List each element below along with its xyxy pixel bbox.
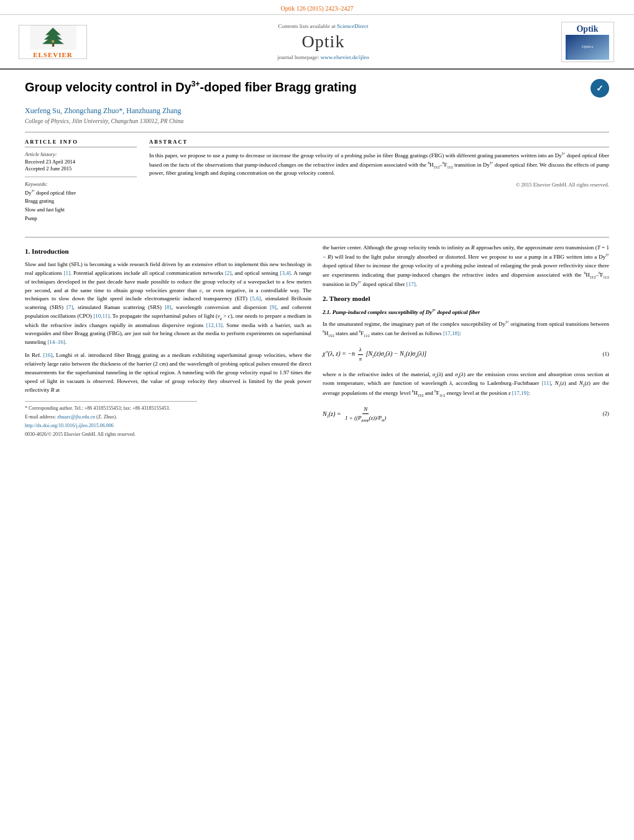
page-wrapper: Optik 126 (2015) 2423–2427 ELSEVIER Con [0, 0, 634, 449]
sciencedirect-link[interactable]: ScienceDirect [337, 23, 368, 29]
formula-1-block: χ″(λ, z) = −n λ π [N2(z)σe(λ) − N1(z)σa(… [323, 343, 609, 366]
contents-line: Contents lists available at ScienceDirec… [87, 23, 559, 29]
abstract-label: ABSTRACT [149, 139, 609, 147]
authors-line: Xuefeng Su, Zhongchang Zhuo*, Hanzhuang … [25, 106, 609, 116]
journal-homepage: journal homepage: www.elsevier.de/ijleo [87, 54, 559, 60]
footnote-issn: 0030-4026/© 2015 Elsevier GmbH. All righ… [25, 431, 311, 438]
footnote-divider [25, 401, 197, 402]
title-superscript: 3+ [191, 80, 200, 88]
keywords-group: Keywords: Dy3+ doped optical fiber Bragg… [25, 181, 137, 223]
section-divider [25, 237, 609, 238]
elsevier-label: ELSEVIER [33, 51, 73, 58]
sciencedirect-label: ScienceDirect [337, 23, 368, 29]
formula-fraction-2: N 1 + ((Ppump(z))/Pth) [344, 405, 387, 423]
doi-text: Optik 126 (2015) 2423–2427 [281, 5, 354, 12]
article-info-label: ARTICLE INFO [25, 139, 137, 147]
footnote-email-person: (Z. Zhuo). [96, 414, 117, 420]
abstract-section: ABSTRACT In this paper, we propose to us… [149, 139, 609, 228]
article-content: Group velocity control in Dy3+-doped fib… [0, 70, 634, 449]
ref-1213-link[interactable]: [12,13] [206, 322, 223, 328]
formula-2-block: N1(z) = N 1 + ((Ppump(z))/Pth) (2) [323, 403, 609, 425]
ref-34-link[interactable]: [3,4] [280, 270, 290, 276]
contents-text: Contents lists available at [278, 23, 336, 29]
optik-logo-title: Optik [576, 24, 598, 34]
article-info-section: ARTICLE INFO Article history: Received 2… [25, 139, 137, 228]
ref-1-link[interactable]: [1] [64, 270, 71, 276]
formula-1-number: (1) [597, 350, 610, 359]
doi-bar: Optik 126 (2015) 2423–2427 [0, 0, 634, 15]
authors-text: Xuefeng Su, Zhongchang Zhuo*, Hanzhuang … [25, 106, 181, 115]
accepted-line: Accepted 2 June 2015 [25, 165, 137, 172]
article-history-group: Article history: Received 23 April 2014 … [25, 151, 137, 172]
abstract-text: In this paper, we propose to use a pump … [149, 151, 609, 178]
ref-2-link[interactable]: [2] [225, 270, 232, 276]
formula-1-text: χ″(λ, z) = −n λ π [N2(z)σe(λ) − N1(z)σa(… [323, 346, 597, 363]
received-line: Received 23 April 2014 [25, 159, 137, 165]
svg-text:Optics: Optics [581, 44, 593, 49]
intro-heading: 1. Introduction [25, 246, 311, 257]
intro-para-2: In Ref. [16], Longhi et al. introduced f… [25, 351, 311, 395]
ref-8-link[interactable]: [8] [165, 304, 172, 310]
two-column-body: 1. Introduction Slow and fast light (SFL… [25, 244, 609, 440]
title-text: Group velocity control in Dy [25, 80, 191, 94]
elsevier-tree-svg [21, 25, 86, 50]
ref-56-link[interactable]: [5,6] [250, 295, 261, 302]
ref-7-link[interactable]: [7] [67, 304, 73, 310]
svg-point-5 [52, 40, 54, 42]
optik-logo-right: Optik Optics [559, 20, 615, 63]
keywords-label: Keywords: [25, 181, 137, 187]
left-column: 1. Introduction Slow and fast light (SFL… [25, 244, 311, 440]
article-info-abstract: ARTICLE INFO Article history: Received 2… [25, 132, 609, 228]
formula-fraction-1: λ π [357, 346, 363, 363]
subsection-21-heading: 2.1. Pump-induced complex susceptibility… [323, 308, 609, 317]
theory-para-2: where n is the refractive index of the m… [323, 371, 609, 398]
article-history-label: Article history: [25, 151, 137, 157]
ref-16-link[interactable]: [16] [44, 352, 53, 358]
optik-logo-image: Optics [566, 35, 609, 60]
ref-11b-link[interactable]: [11] [542, 380, 551, 386]
journal-title: Optik [87, 32, 559, 52]
ref-1719-link[interactable]: [17,19] [512, 390, 528, 396]
footnote-doi-link[interactable]: http://dx.doi.org/10.1016/j.ijleo.2015.0… [25, 423, 114, 428]
intro-para-1: Slow and fast light (SFL) is becoming a … [25, 261, 311, 348]
elsevier-logo: ELSEVIER [19, 25, 87, 59]
theory-para-1: In the unsaturated regime, the imaginary… [323, 320, 609, 338]
formula-2-text: N1(z) = N 1 + ((Ppump(z))/Pth) [323, 405, 597, 423]
formula-2-number: (2) [597, 410, 610, 418]
affiliation: College of Physics, Jilin University, Ch… [25, 118, 609, 124]
keywords-list: Dy3+ doped optical fiber Bragg grating S… [25, 188, 137, 223]
title-suffix: -doped fiber Bragg grating [200, 80, 357, 94]
ref-9-link[interactable]: [9] [270, 304, 277, 310]
ref-17-link[interactable]: [17] [407, 281, 416, 287]
homepage-link[interactable]: www.elsevier.de/ijleo [321, 54, 369, 60]
article-title: Group velocity control in Dy3+-doped fib… [25, 79, 357, 95]
optik-logo-box: Optik Optics [561, 22, 614, 62]
footnote-email-line: E-mail address: zhuazc@jlu.edu.cn (Z. Zh… [25, 413, 311, 421]
footnote-doi: http://dx.doi.org/10.1016/j.ijleo.2015.0… [25, 422, 311, 430]
right-column: the barrier center. Although the group v… [323, 244, 609, 440]
ref-1011-link[interactable]: [10,11] [93, 313, 109, 319]
ref-1718-link[interactable]: [17,18] [443, 330, 459, 336]
journal-center-info: Contents lists available at ScienceDirec… [87, 23, 559, 60]
right-para-1: the barrier center. Although the group v… [323, 244, 609, 289]
footnote-corresponding: * Corresponding author. Tel.: +86 431851… [25, 405, 311, 412]
theory-heading: 2. Theory model [323, 293, 609, 304]
ref-1416-link[interactable]: [14–16] [47, 339, 65, 345]
crossmark-badge: ✓ [590, 79, 609, 98]
footnote-email-link[interactable]: zhuazc@jlu.edu.cn [57, 414, 95, 420]
journal-header: ELSEVIER Contents lists available at Sci… [0, 15, 634, 70]
footnote-email-label: E-mail address: [25, 414, 56, 420]
abstract-copyright: © 2015 Elsevier GmbH. All rights reserve… [149, 182, 609, 188]
